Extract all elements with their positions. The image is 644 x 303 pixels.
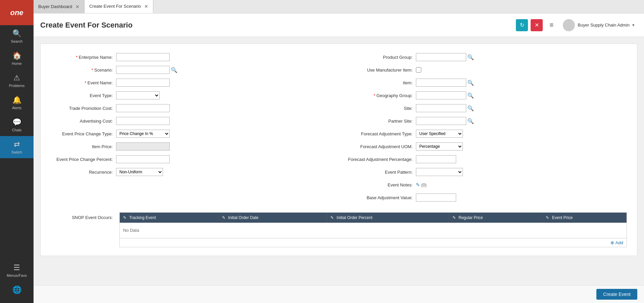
col-event-price: ✎ Event Price	[542, 213, 627, 223]
sidebar-bottom: ☰ Menus/Favs 🌐	[0, 259, 34, 303]
logo-text: one	[10, 8, 23, 17]
col-event-price-label: Event Price	[552, 215, 573, 220]
site-label: Site:	[345, 106, 416, 111]
product-group-input[interactable]	[416, 53, 466, 61]
site-input[interactable]	[416, 104, 466, 112]
sidebar: one 🔍 Search 🏠 Home ⚠ Problems 🔔 Alerts …	[0, 0, 34, 303]
forecast-adjustment-uom-select[interactable]: Percentage Absolute	[416, 142, 463, 150]
event-price-change-type-select[interactable]: Price Change In % Price Change In $	[116, 130, 170, 138]
table-row-no-data: No Data	[120, 223, 627, 238]
form-card: Enterprise Name: Scenario: 🔍 Event Name:	[40, 44, 637, 256]
site-row: Site: 🔍	[345, 103, 627, 113]
event-price-change-percent-row: Event Price Change Percent:	[51, 155, 332, 164]
globe-icon: 🌐	[12, 286, 21, 294]
product-group-search-button[interactable]: 🔍	[467, 54, 474, 60]
recurrence-row: Recurrence: Non-Uniform Uniform Custom	[51, 167, 332, 177]
event-price-change-percent-input[interactable]	[116, 155, 170, 163]
recurrence-label: Recurrence:	[51, 170, 116, 175]
sidebar-label-alerts: Alerts	[12, 106, 21, 110]
no-data-cell: No Data	[120, 223, 627, 238]
snop-table-wrap: ✎ Tracking Event ✎ Initial Order Date ✎ …	[119, 212, 627, 247]
event-notes-label: Event Notes:	[345, 182, 416, 187]
snop-footer: ⊕ Add	[120, 238, 627, 247]
tab-close-create-event[interactable]: ✕	[144, 4, 148, 9]
partner-site-search-button[interactable]: 🔍	[467, 118, 474, 124]
event-type-select[interactable]: Type A Type B	[116, 91, 160, 99]
chat-icon: 💬	[12, 118, 21, 127]
bottom-bar: Create Event	[34, 285, 644, 303]
event-price-change-type-row: Event Price Change Type: Price Change In…	[51, 129, 332, 138]
item-input-group: 🔍	[416, 79, 474, 87]
event-notes-row: Event Notes: ✎ (0)	[345, 180, 627, 189]
site-search-button[interactable]: 🔍	[467, 105, 474, 112]
sidebar-item-chats[interactable]: 💬 Chats	[0, 114, 34, 136]
sidebar-item-search[interactable]: 🔍 Search	[0, 25, 34, 47]
item-label: Item:	[345, 80, 416, 85]
item-search-button[interactable]: 🔍	[467, 80, 474, 86]
user-dropdown[interactable]: Buyer Supply Chain Admin ▾	[560, 18, 637, 33]
refresh-button[interactable]: ↻	[516, 19, 528, 31]
col-tracking-event-label: Tracking Event	[129, 215, 156, 220]
tab-close-buyer-dashboard[interactable]: ✕	[75, 4, 79, 9]
col-initial-order-date-icon: ✎	[222, 215, 225, 220]
trade-promotion-cost-row: Trade Promotion Cost:	[51, 103, 332, 113]
snop-header-row: ✎ Tracking Event ✎ Initial Order Date ✎ …	[120, 213, 627, 223]
warning-icon: ⚠	[13, 74, 20, 82]
forecast-adjustment-percentage-input[interactable]	[416, 155, 456, 163]
partner-site-input[interactable]	[416, 117, 466, 125]
recurrence-select[interactable]: Non-Uniform Uniform Custom	[116, 168, 163, 176]
enterprise-name-input[interactable]	[116, 53, 170, 61]
tab-label-create-event: Create Event For Scenario	[89, 4, 141, 9]
geography-group-search-button[interactable]: 🔍	[467, 92, 474, 99]
enterprise-name-row: Enterprise Name:	[51, 52, 332, 62]
site-input-group: 🔍	[416, 104, 474, 112]
item-price-label: Item Price:	[51, 144, 116, 149]
search-icon: 🔍	[12, 29, 21, 38]
base-adjustment-value-label: Base Adjustment Value:	[345, 195, 416, 200]
content-area: Enterprise Name: Scenario: 🔍 Event Name:	[34, 37, 644, 285]
event-pattern-select[interactable]	[416, 168, 463, 176]
event-price-change-percent-label: Event Price Change Percent:	[51, 157, 116, 162]
notes-edit-icon[interactable]: ✎	[416, 182, 420, 187]
forecast-adjustment-type-row: Forecast Adjustment Type: User Specified…	[345, 129, 627, 138]
form-right-column: Product Group: 🔍 Use Manufacturer Item: …	[345, 52, 627, 206]
scenario-label: Scenario:	[51, 68, 116, 73]
scenario-input[interactable]	[116, 66, 170, 74]
geography-group-input-group: 🔍	[416, 91, 474, 99]
sidebar-item-alerts[interactable]: 🔔 Alerts	[0, 92, 34, 114]
enterprise-name-label: Enterprise Name:	[51, 55, 116, 60]
sidebar-item-globe[interactable]: 🌐	[0, 282, 34, 300]
menu-button[interactable]: ≡	[545, 19, 557, 31]
add-button[interactable]: ⊕ Add	[610, 240, 623, 245]
base-adjustment-value-input[interactable]	[416, 193, 456, 202]
sidebar-item-problems[interactable]: ⚠ Problems	[0, 70, 34, 92]
close-page-button[interactable]: ✕	[531, 19, 543, 31]
use-manufacturer-item-checkbox[interactable]	[416, 67, 421, 73]
tab-create-event[interactable]: Create Event For Scenario ✕	[85, 0, 153, 13]
event-name-input[interactable]	[116, 79, 170, 87]
col-initial-order-percent: ✎ Initial Order Percent	[327, 213, 449, 223]
item-price-row: Item Price:	[51, 142, 332, 151]
col-initial-order-date: ✎ Initial Order Date	[218, 213, 327, 223]
scenario-search-button[interactable]: 🔍	[171, 67, 177, 73]
item-input[interactable]	[416, 79, 466, 87]
event-pattern-row: Event Pattern:	[345, 167, 627, 177]
sidebar-label-problems: Problems	[9, 84, 24, 88]
product-group-input-group: 🔍	[416, 53, 474, 61]
tab-buyer-dashboard[interactable]: Buyer Dashboard ✕	[34, 0, 85, 13]
advertising-cost-input[interactable]	[116, 117, 170, 125]
sidebar-item-switch[interactable]: ⇄ Switch	[0, 136, 34, 158]
main-area: Buyer Dashboard ✕ Create Event For Scena…	[34, 0, 644, 303]
geography-group-input[interactable]	[416, 91, 466, 99]
avatar	[563, 19, 575, 31]
use-manufacturer-item-label: Use Manufacturer Item:	[345, 68, 416, 73]
col-regular-price-label: Regular Price	[459, 215, 483, 220]
sidebar-item-home[interactable]: 🏠 Home	[0, 47, 34, 70]
sidebar-item-menus[interactable]: ☰ Menus/Favs	[0, 259, 34, 282]
tab-label-buyer-dashboard: Buyer Dashboard	[38, 4, 72, 9]
trade-promotion-cost-input[interactable]	[116, 104, 170, 112]
forecast-adjustment-type-select[interactable]: User Specified Automatic	[416, 130, 463, 138]
notes-count: (0)	[421, 182, 427, 187]
create-event-button[interactable]: Create Event	[596, 289, 637, 300]
forecast-adjustment-percentage-row: Forecast Adjustment Percentage:	[345, 155, 627, 164]
